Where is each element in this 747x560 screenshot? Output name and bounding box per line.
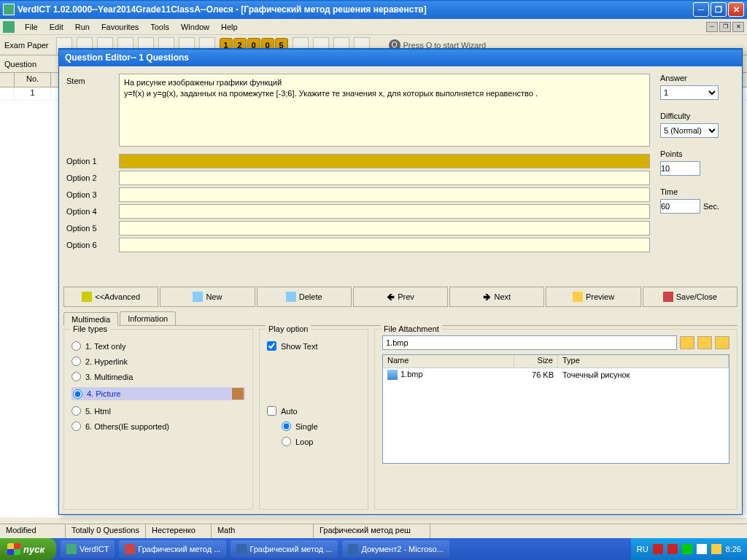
option4-input[interactable]: [119, 204, 650, 219]
file-icon: [387, 370, 398, 380]
fileattach-list: Name Size Type 1.bmp 76 KB Точечный рису…: [382, 354, 729, 464]
fileattach-path-input[interactable]: [382, 335, 677, 350]
difficulty-select[interactable]: 5 (Normal): [660, 123, 719, 138]
auto-checkbox[interactable]: [267, 406, 276, 416]
advanced-button[interactable]: <<Advanced: [63, 287, 158, 307]
option5-input[interactable]: [119, 221, 650, 236]
mdi-restore-button[interactable]: ❐: [719, 22, 731, 32]
answer-select[interactable]: 1: [660, 85, 719, 100]
open-file-icon[interactable]: [680, 336, 694, 349]
next-button[interactable]: 🡺Next: [449, 287, 544, 307]
status-subject: Math: [212, 524, 314, 538]
mdi-minimize-button[interactable]: ─: [706, 22, 718, 32]
advanced-icon: [82, 292, 92, 302]
taskbar: пуск VerdICT Графический метод ... Графи…: [0, 538, 747, 560]
fa-col-name[interactable]: Name: [383, 355, 514, 368]
menu-edit[interactable]: Edit: [44, 21, 69, 33]
option2-input[interactable]: [119, 171, 650, 185]
tab-information[interactable]: Information: [120, 311, 176, 325]
question-editor-dialog: Question Editor-- 1 Questions Stem На ри…: [58, 48, 743, 515]
fa-col-size[interactable]: Size: [514, 355, 558, 368]
delete-file-icon[interactable]: [697, 336, 712, 349]
single-radio[interactable]: [282, 421, 291, 431]
menu-help[interactable]: Help: [215, 21, 244, 33]
loop-radio[interactable]: [282, 437, 291, 446]
status-totally: Totally 0 Questions: [66, 524, 146, 538]
view-file-icon[interactable]: [715, 336, 729, 349]
option3-label: Option 3: [66, 190, 119, 199]
minimize-button[interactable]: ─: [693, 2, 709, 17]
stem-label: Stem: [66, 74, 119, 147]
stem-textarea[interactable]: На рисунке изображены графики функций y=…: [119, 74, 650, 147]
maximize-button[interactable]: ❐: [711, 2, 727, 17]
tray-icon-3[interactable]: [682, 544, 692, 554]
mdi-close-button[interactable]: ✕: [732, 22, 744, 32]
filetype-multimedia-radio[interactable]: [71, 372, 81, 381]
points-input[interactable]: [660, 161, 700, 176]
question-label: Question: [4, 60, 36, 69]
prev-button[interactable]: 🡸Prev: [353, 287, 448, 307]
delete-button[interactable]: Delete: [257, 287, 352, 307]
option6-input[interactable]: [119, 238, 650, 252]
app-icon: [3, 4, 15, 15]
playoption-legend: Play option: [266, 324, 311, 333]
taskbar-item-2[interactable]: Графический метод ...: [119, 540, 226, 558]
status-topic: Графический метод реш: [314, 524, 430, 538]
fileattach-group: File Attachment Name Size Type 1.bmp: [374, 329, 738, 510]
grid-corner: [0, 73, 15, 87]
menu-tools[interactable]: Tools: [144, 21, 175, 33]
preview-button[interactable]: Preview: [546, 287, 640, 307]
status-author: Нестеренко: [146, 524, 212, 538]
filetype-others-radio[interactable]: [71, 421, 81, 431]
menubar: File Edit Run Favourites Tools Window He…: [0, 19, 747, 35]
word-icon: [236, 544, 247, 554]
windows-flag-icon: [7, 543, 20, 555]
filetype-hyperlink-radio[interactable]: [71, 357, 81, 366]
option1-input[interactable]: [119, 154, 650, 168]
menu-window[interactable]: Window: [175, 21, 215, 33]
showtext-checkbox[interactable]: [267, 341, 276, 351]
ppt-icon: [125, 544, 135, 554]
exam-paper-label: Exam Paper: [4, 41, 49, 50]
tray-icon-1[interactable]: [653, 544, 663, 554]
menu-run[interactable]: Run: [69, 21, 96, 33]
option3-input[interactable]: [119, 187, 650, 202]
fa-list-row[interactable]: 1.bmp 76 KB Точечный рисунок: [383, 368, 729, 381]
filetype-textonly-radio[interactable]: [71, 341, 81, 351]
answer-label: Answer: [660, 74, 735, 82]
start-button[interactable]: пуск: [0, 538, 56, 560]
menu-favourites[interactable]: Favourites: [96, 21, 144, 33]
dialog-titlebar: Question Editor-- 1 Questions: [59, 49, 742, 66]
grid-cell-no: 1: [15, 88, 51, 100]
language-indicator[interactable]: RU: [637, 545, 649, 553]
save-close-button[interactable]: Save/Close: [643, 287, 738, 307]
statusbar: Modified Totally 0 Questions Нестеренко …: [0, 524, 747, 538]
app-title: VerdICT 1.02.0000--Year2014Grade11ClassA…: [18, 4, 693, 15]
filetype-html-radio[interactable]: [71, 406, 81, 416]
new-icon: [193, 292, 203, 302]
playoption-group: Play option Show Text Auto Single Loop: [259, 329, 368, 510]
fileattach-legend: File Attachment: [381, 324, 442, 333]
clipboard-icon[interactable]: [232, 388, 244, 400]
taskbar-item-4[interactable]: Документ2 - Microso...: [342, 540, 449, 558]
taskbar-item-verdict[interactable]: VerdICT: [61, 540, 115, 558]
close-button[interactable]: ✕: [728, 2, 744, 17]
menu-file[interactable]: File: [19, 21, 44, 33]
option4-label: Option 4: [66, 207, 119, 216]
filetypes-group: File types 1. Text only 2. Hyperlink 3. …: [63, 329, 253, 510]
grid-row-marker: [0, 88, 15, 100]
app-icon: [66, 544, 77, 554]
tray-icon-5[interactable]: [711, 544, 721, 554]
system-tray: RU 8:26: [631, 538, 747, 560]
app-menu-icon[interactable]: [3, 21, 15, 33]
filetype-picture-radio[interactable]: [73, 389, 82, 399]
time-input[interactable]: [660, 199, 700, 214]
clock[interactable]: 8:26: [726, 545, 741, 553]
grid-col-no[interactable]: No.: [15, 73, 51, 87]
fa-col-type[interactable]: Type: [558, 355, 729, 368]
new-button[interactable]: New: [160, 287, 255, 307]
tray-icon-4[interactable]: [697, 544, 707, 554]
filetypes-legend: File types: [70, 324, 110, 333]
taskbar-item-3[interactable]: Графический метод ...: [231, 540, 338, 558]
tray-icon-2[interactable]: [667, 544, 678, 554]
